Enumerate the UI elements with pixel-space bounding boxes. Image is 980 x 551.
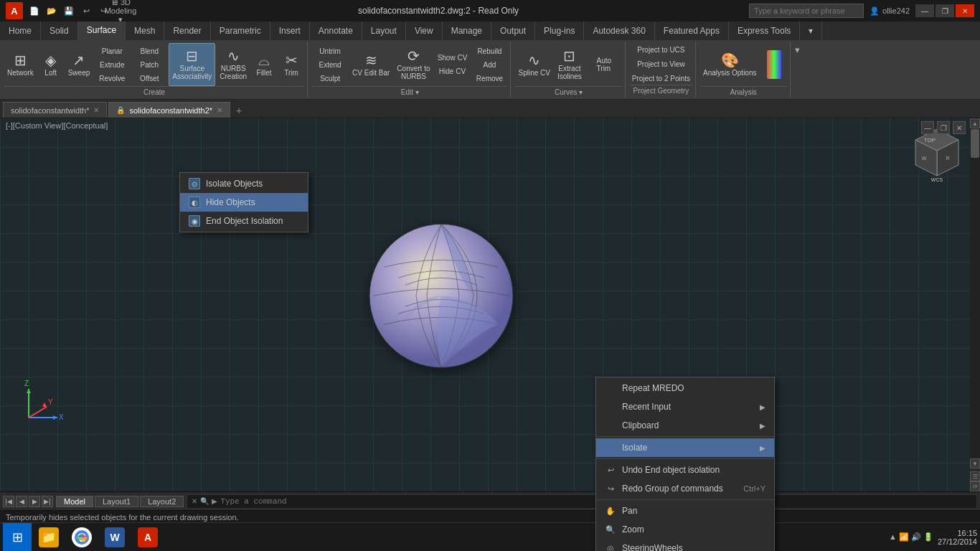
extrude-button[interactable]: Extrude [94,58,130,71]
planar-button[interactable]: Planar [94,44,130,57]
taskbar-word[interactable]: W [99,524,131,550]
isolate-objects-item[interactable]: ⊙ Isolate Objects [180,174,308,193]
ctx-isolate[interactable]: Isolate ▶ [596,438,774,457]
ctx-steeringwheels[interactable]: ◎ SteeringWheels [596,539,774,551]
workspace-dropdown[interactable]: 🖥 3D Modeling ▾ [113,4,128,18]
tab-insert[interactable]: Insert [270,22,310,40]
untrim-button[interactable]: Untrim [312,44,348,57]
scroll-down-button[interactable]: ▼ [970,458,980,468]
rebuild-button[interactable]: Rebuild [471,44,507,57]
loft-button[interactable]: ◈ Loft [38,43,64,86]
layout2-tab[interactable]: Layout2 [140,496,184,507]
model-tab[interactable]: Model [56,496,93,507]
nurbs-creation-button[interactable]: ∿ NURBSCreation [217,43,250,86]
analysis-options-button[interactable]: 🎨 Analysis Options [700,43,759,86]
new-tab-button[interactable]: + [232,103,246,118]
viewcube-svg[interactable]: TOP R W WCS [908,126,966,190]
ctx-zoom[interactable]: 🔍 Zoom [596,520,774,539]
tab-surface[interactable]: Surface [78,22,126,40]
autocad-logo[interactable]: A [6,2,23,19]
undo-button[interactable]: ↩ [79,4,93,18]
layout1-tab[interactable]: Layout1 [95,496,138,507]
new-button[interactable]: 📄 [27,4,42,18]
tab-layout[interactable]: Layout [362,22,406,40]
extract-isolines-button[interactable]: ⊡ ExtractIsolines [555,43,585,86]
hide-objects-item[interactable]: ◐ Hide Objects [180,193,308,212]
nav-next[interactable]: ▶ [29,496,40,507]
save-button[interactable]: 💾 [62,4,76,18]
ctx-recent-input[interactable]: Recent Input ▶ [596,397,774,416]
start-button[interactable]: ⊞ [3,523,32,552]
extend-button[interactable]: Extend [312,58,348,71]
remove-button[interactable]: Remove [471,72,507,85]
tab-view[interactable]: View [406,22,443,40]
scroll-thumb[interactable] [971,129,979,158]
tab-manage[interactable]: Manage [443,22,491,40]
blend-button[interactable]: Blend [131,44,167,57]
tab-autodesk360[interactable]: Autodesk 360 [584,22,654,40]
viewport-minimize[interactable]: — [921,121,934,134]
scroll-up-button[interactable]: ▲ [970,118,980,128]
ctx-redo[interactable]: ↪ Redo Group of commands Ctrl+Y [596,479,774,498]
tab-mesh[interactable]: Mesh [126,22,164,40]
tab-render[interactable]: Render [164,22,210,40]
ctx-pan[interactable]: ✋ Pan [596,501,774,520]
viewport-restore[interactable]: ❐ [937,121,950,134]
nav-first[interactable]: |◀ [3,496,14,507]
ctx-undo[interactable]: ↩ Undo End object isolation [596,461,774,479]
patch-button[interactable]: Patch [131,58,167,71]
file-tab-2[interactable]: 🔒 solidofaconstantwidth2* ✕ [108,102,230,118]
cv-edit-bar-button[interactable]: ≋ CV Edit Bar [349,43,392,86]
surface-associativity-button[interactable]: ⊟ SurfaceAssociativity [169,43,215,86]
tab-output[interactable]: Output [491,22,535,40]
sculpt-button[interactable]: Sculpt [312,72,348,85]
orbit-button[interactable]: ⟳ [970,481,980,491]
convert-to-nurbs-button[interactable]: ⟳ Convert toNURBS [394,43,433,86]
file-tab-2-close[interactable]: ✕ [217,106,222,114]
nav-prev[interactable]: ◀ [16,496,27,507]
revolve-button[interactable]: Revolve [94,72,130,85]
nav-last[interactable]: ▶| [42,496,53,507]
pan-button-right[interactable]: ☰ [970,471,980,481]
tab-extras[interactable]: ▾ [800,22,822,40]
analysis-extra-button[interactable] [761,43,787,86]
tab-annotate[interactable]: Annotate [310,22,362,40]
tab-featured[interactable]: Featured Apps [655,22,729,40]
spline-cv-button[interactable]: ∿ Spline CV [515,43,552,86]
offset-button[interactable]: Offset [131,72,167,85]
add-button[interactable]: Add [471,58,507,71]
ctx-repeat-mredo[interactable]: Repeat MREDO [596,379,774,397]
command-zoom-btn[interactable]: 🔍 [200,497,209,505]
minimize-button[interactable]: — [915,4,934,17]
ribbon-expand-button[interactable]: ▾ [792,42,803,58]
tab-solid[interactable]: Solid [41,22,78,40]
open-button[interactable]: 📂 [44,4,59,18]
trim-button[interactable]: ✂ Trim [278,43,304,86]
viewcube[interactable]: TOP R W WCS [908,126,966,192]
tab-plugins[interactable]: Plug-ins [535,22,584,40]
auto-trim-button[interactable]: AutoTrim [586,58,622,71]
file-tab-1-close[interactable]: ✕ [93,106,99,114]
project-to-ucs-button[interactable]: Project to UCS [630,43,692,56]
project-to-view-button[interactable]: Project to View [630,57,692,70]
sweep-button[interactable]: ↗ Sweep [65,43,93,86]
fillet-button[interactable]: ⌓ Fillet [251,43,277,86]
maximize-button[interactable]: ❐ [936,4,954,17]
tab-parametric[interactable]: Parametric [211,22,270,40]
end-object-isolation-item[interactable]: ◉ End Object Isolation [180,212,308,230]
viewport-scrollbar[interactable]: ▲ ▼ ☰ ⟳ [970,118,980,491]
viewport-close[interactable]: ✕ [953,121,966,134]
show-cv-button[interactable]: Show CV [434,52,470,65]
ctx-clipboard[interactable]: Clipboard ▶ [596,416,774,435]
hide-cv-button[interactable]: Hide CV [434,65,470,78]
command-close-btn[interactable]: ✕ [192,497,197,505]
taskbar-explorer[interactable]: 📁 [33,524,65,550]
tab-home[interactable]: Home [0,22,41,40]
tab-express[interactable]: Express Tools [729,22,800,40]
network-button[interactable]: ⊞ Network [4,43,37,86]
file-tab-1[interactable]: solidofaconstantwidth* ✕ [3,102,107,118]
taskbar-autocad[interactable]: A [132,524,164,550]
project-to-2-points-button[interactable]: Project to 2 Points [630,72,692,85]
taskbar-chrome[interactable] [66,524,98,550]
search-input[interactable] [749,4,864,18]
